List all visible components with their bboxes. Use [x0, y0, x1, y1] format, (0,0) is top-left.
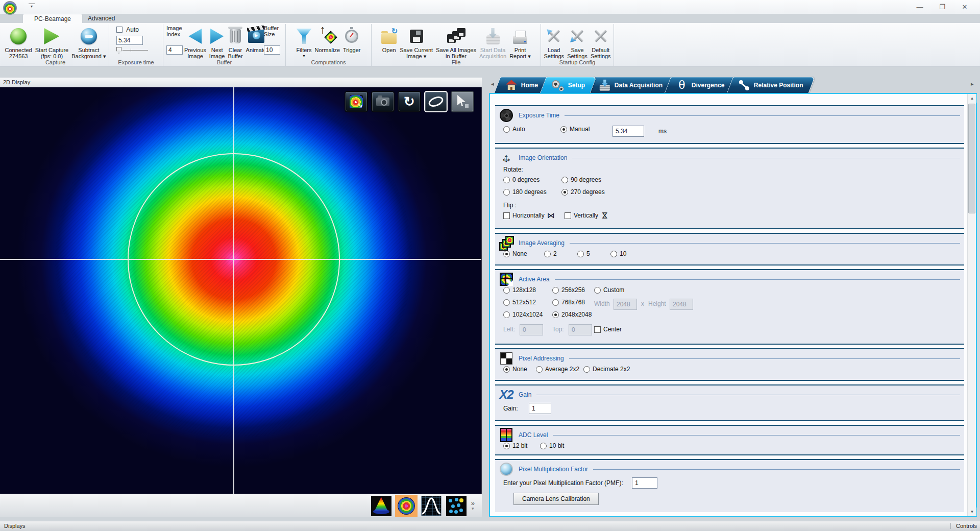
restore-button[interactable]: ❐	[931, 0, 953, 14]
radio-averaging-none[interactable]: None	[503, 250, 527, 257]
app-logo-beam-icon	[3, 1, 17, 15]
view-3d-button[interactable]	[371, 496, 391, 516]
exposure-slider-handle[interactable]	[116, 47, 121, 54]
title-bar: ▾ — ❐ ✕	[0, 0, 980, 14]
quick-access-toolbar-icon[interactable]: ▾	[29, 4, 35, 9]
tab-setup[interactable]: Setup	[540, 77, 597, 93]
status-bar: Displays Controls	[0, 521, 980, 531]
open-button[interactable]: Open	[380, 25, 398, 60]
clear-buffer-button[interactable]: Clear Buffer	[227, 25, 243, 60]
section-title: Exposure Time	[519, 112, 559, 119]
scroll-down-icon[interactable]: ▼	[968, 508, 976, 516]
setup-scrollbar[interactable]: ▲ ▼	[967, 94, 976, 516]
x2-gain-icon: X2	[499, 388, 513, 402]
radio-area-custom[interactable]: Custom	[594, 286, 624, 294]
section-title: Pixel Addressing	[519, 355, 564, 362]
trigger-button[interactable]: Trigger	[342, 25, 361, 60]
radio-averaging-5[interactable]: 5	[577, 250, 590, 257]
section-adc-level: ADC Level 12 bit 10 bit	[495, 425, 964, 455]
tab-divergence[interactable]: θDivergence	[665, 77, 737, 93]
snapshot-button[interactable]	[371, 91, 395, 112]
tab-relative-position[interactable]: Relative Position	[726, 77, 815, 93]
scrollbar-thumb[interactable]	[968, 104, 975, 213]
gain-field[interactable]: 1	[529, 403, 551, 414]
image-index-field[interactable]: 4	[166, 45, 183, 55]
tab-scroll-right-icon[interactable]: ▸	[971, 81, 974, 87]
checkbox-flip-vertically[interactable]: Vertically⋈	[565, 212, 608, 219]
buffer-size-field[interactable]: 10	[264, 45, 280, 55]
top-field: 0	[569, 324, 592, 335]
auto-exposure-checkbox[interactable]	[116, 27, 122, 33]
radio-rotate-90[interactable]: 90 degrees	[561, 176, 601, 183]
exposure-value-field[interactable]: 5.34	[116, 36, 143, 45]
radio-rotate-0[interactable]: 0 degrees	[503, 176, 540, 183]
radio-area-768[interactable]: 768x768	[552, 299, 585, 306]
start-data-acquisition-button: Start Data Acquisition	[478, 25, 507, 60]
ribbon-group-buffer: Image Index 4 Previous Image Next Image …	[163, 24, 286, 66]
radio-area-512[interactable]: 512x512	[503, 299, 536, 306]
radio-rotate-270[interactable]: 270 degrees	[561, 188, 605, 196]
radio-rotate-180[interactable]: 180 degrees	[503, 188, 547, 196]
display-panel-title: 2D Display	[0, 78, 482, 87]
minimize-button[interactable]: —	[909, 0, 931, 14]
four-way-arrows-icon: ↔↕	[500, 151, 513, 164]
ellipse-icon	[427, 94, 445, 109]
radio-averaging-10[interactable]: 10	[610, 250, 626, 257]
camera-lens-calibration-button[interactable]: Camera Lens Calibration	[513, 493, 599, 505]
cursor-tool-button[interactable]	[451, 91, 474, 112]
trash-icon	[230, 29, 241, 43]
multiple-floppy-disks-icon	[447, 28, 465, 44]
connected-status-icon	[10, 28, 27, 44]
radio-area-2048[interactable]: 2048x2048	[552, 311, 592, 318]
start-capture-button[interactable]: Start Capture (fps: 0.0)	[34, 25, 69, 60]
radio-exposure-manual[interactable]: Manual	[560, 126, 590, 133]
beam-2d-display[interactable]: ↻	[0, 87, 482, 494]
group-label-exposure-time: Exposure time	[109, 59, 163, 65]
ribbon-tab-advanced[interactable]: Advanced	[77, 14, 126, 23]
save-settings-button[interactable]: Save Settings	[566, 25, 589, 60]
filters-button[interactable]: Filters ▾	[296, 25, 313, 60]
tab-data-acquisition[interactable]: Data Acquisition	[587, 77, 675, 93]
radio-exposure-auto[interactable]: Auto	[503, 126, 525, 133]
next-image-button[interactable]: Next Image	[208, 25, 226, 60]
tab-scroll-left-icon[interactable]: ◂	[491, 81, 494, 87]
radio-adc-10bit[interactable]: 10 bit	[540, 442, 564, 449]
print-report-button[interactable]: Print Report ▾	[508, 25, 532, 60]
radio-area-128[interactable]: 128x128	[503, 286, 536, 294]
pmf-field[interactable]: 1	[632, 477, 657, 489]
ellipse-overlay-button[interactable]	[424, 91, 448, 112]
radio-averaging-2[interactable]: 2	[544, 250, 557, 257]
load-settings-button[interactable]: Load Settings	[543, 25, 565, 60]
view-scatter-button[interactable]	[446, 496, 467, 516]
save-current-image-button[interactable]: Save Current Image ▾	[399, 25, 434, 60]
theta-icon: θ	[676, 80, 688, 91]
radio-addressing-average[interactable]: Average 2x2	[536, 366, 579, 373]
refresh-button[interactable]: ↻	[398, 91, 421, 112]
save-all-images-button[interactable]: Save All Images in Buffer	[435, 25, 477, 60]
stopwatch-icon	[345, 30, 358, 43]
ribbon-tab-pc-beamage[interactable]: PC-Beamage	[22, 14, 83, 23]
radio-addressing-none[interactable]: None	[503, 366, 527, 373]
close-button[interactable]: ✕	[953, 0, 976, 14]
section-gain: X2 Gain Gain: 1	[495, 384, 964, 421]
checkbox-center[interactable]: Center	[594, 326, 622, 333]
scroll-up-icon[interactable]: ▲	[968, 94, 976, 103]
radio-area-1024[interactable]: 1024x1024	[503, 311, 543, 318]
checkbox-flip-horizontally[interactable]: Horizontally⋈	[503, 212, 555, 219]
default-settings-icon	[593, 28, 609, 44]
radio-area-256[interactable]: 256x256	[552, 286, 585, 294]
view-2d-button[interactable]	[396, 496, 416, 516]
subtract-background-button[interactable]: Subtract Background ▾	[70, 25, 107, 60]
exposure-slider[interactable]	[116, 47, 150, 54]
radio-addressing-decimate[interactable]: Decimate 2x2	[583, 366, 630, 373]
radio-adc-12bit[interactable]: 12 bit	[503, 442, 527, 449]
view-gaussian-button[interactable]	[421, 496, 442, 516]
view-overflow-button[interactable]: » ▾	[471, 500, 475, 512]
previous-image-button[interactable]: Previous Image	[183, 25, 207, 60]
active-area-beam-button[interactable]	[345, 91, 368, 112]
normalize-button[interactable]: Normalize	[314, 25, 341, 60]
exposure-time-field[interactable]: 5.34	[612, 126, 644, 137]
default-settings-button[interactable]: Default Settings	[590, 25, 612, 60]
connected-button[interactable]: Connected 274563	[4, 25, 33, 60]
group-label-capture: Capture	[2, 59, 109, 65]
